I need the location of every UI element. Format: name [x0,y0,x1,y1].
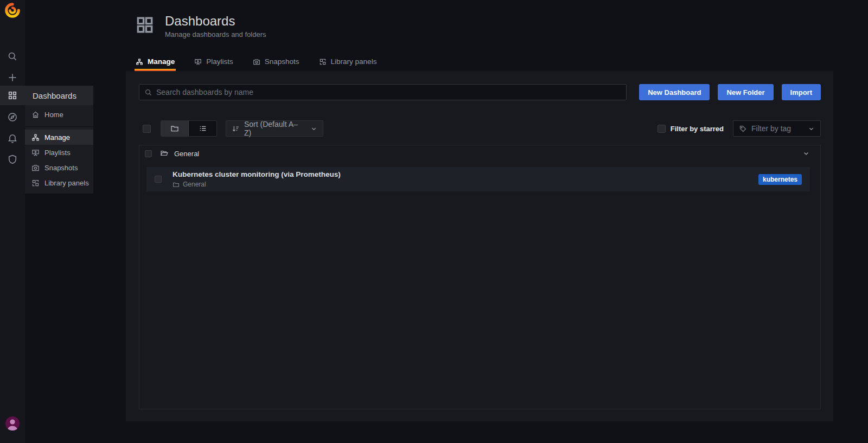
tab-library-panels[interactable]: Library panels [318,53,378,71]
presentation-icon [194,58,202,66]
page-subtitle: Manage dashboards and folders [165,30,266,38]
folder-icon [170,124,179,133]
home-icon [31,111,40,119]
submenu-title-label: Dashboards [33,91,76,100]
shield-icon[interactable] [0,150,25,169]
folder-icon [173,181,180,188]
tab-label: Playlists [206,57,233,66]
submenu-item-library-panels[interactable]: Library panels [25,175,93,190]
user-avatar[interactable] [5,416,20,431]
sitemap-icon [136,58,143,66]
grafana-logo-icon[interactable] [4,2,21,18]
explore-compass-icon[interactable] [0,107,25,127]
submenu-item-label: Library panels [44,179,89,187]
chevron-down-icon [808,125,815,132]
tab-snapshots[interactable]: Snapshots [252,53,301,71]
folder-checkbox[interactable] [145,150,152,157]
chevron-down-icon [310,125,317,132]
submenu-item-label: Playlists [44,149,71,157]
select-all-checkbox[interactable] [143,125,151,133]
manage-panel: New Dashboard New Folder Import [126,71,833,421]
tag-select-placeholder: Filter by tag [751,124,791,133]
starred-checkbox[interactable] [658,125,666,133]
chevron-down-icon[interactable] [802,150,810,157]
folder-open-icon [160,149,169,158]
dashboard-list: General Kubernetes cluster monitoring (v… [139,145,821,409]
dashboard-checkbox[interactable] [155,176,162,183]
search-box [139,84,627,100]
tag-filter-select[interactable]: Filter by tag [733,120,821,137]
tag-kubernetes[interactable]: kubernetes [758,174,802,185]
tag-icon [739,125,747,133]
filter-row: Sort (Default A–Z) Filter by starred [139,120,821,137]
submenu-item-home[interactable]: Home [25,105,93,124]
folder-name: General [174,150,199,158]
sidebar [0,0,25,443]
dashboard-row-kubernetes[interactable]: Kubernetes cluster monitoring (via Prome… [146,167,810,191]
import-button[interactable]: Import [782,84,821,100]
submenu-title[interactable]: Dashboards [25,86,93,105]
sort-select[interactable]: Sort (Default A–Z) [226,120,323,137]
submenu-item-playlists[interactable]: Playlists [25,145,93,160]
dashboard-info: Kubernetes cluster monitoring (via Prome… [173,170,341,188]
tab-label: Library panels [331,57,377,66]
page-title: Dashboards [165,14,266,29]
submenu-item-manage[interactable]: Manage [25,130,93,145]
new-folder-button[interactable]: New Folder [718,84,773,100]
grafana-app: Dashboards Home Manage [0,0,868,443]
page-header: Dashboards Manage dashboards and folders [135,14,266,38]
camera-icon [31,164,40,172]
search-icon [144,88,152,97]
library-panel-icon [319,58,327,66]
dashboards-submenu: Dashboards Home Manage [25,86,93,194]
view-mode-toggle [161,120,217,137]
sitemap-icon [31,133,40,142]
alerting-bell-icon[interactable] [0,129,25,148]
submenu-item-label: Snapshots [44,164,78,172]
dashboard-title[interactable]: Kubernetes cluster monitoring (via Prome… [173,170,341,178]
tabs: Manage Playlists Snapshots [135,53,378,71]
dashboards-grid-icon [135,15,155,38]
dashboard-folder-label: General [183,181,206,188]
plus-icon[interactable] [0,68,25,87]
new-dashboard-button[interactable]: New Dashboard [639,84,710,100]
view-folders-button[interactable] [161,121,189,136]
camera-icon [253,58,260,66]
tab-label: Snapshots [265,57,299,66]
tab-playlists[interactable]: Playlists [193,53,234,71]
tab-label: Manage [148,57,175,66]
starred-label: Filter by starred [671,125,724,133]
folder-section-general[interactable]: General [139,145,820,162]
library-panel-icon [31,179,40,187]
search-icon[interactable] [0,47,25,66]
tab-manage[interactable]: Manage [135,53,176,71]
dashboards-icon[interactable] [0,86,25,105]
filter-by-starred: Filter by starred [658,125,724,133]
submenu-item-label: Home [44,111,63,119]
search-row: New Dashboard New Folder Import [139,84,821,100]
submenu-item-label: Manage [44,133,70,142]
dashboard-folder: General [173,181,341,188]
sort-amount-icon [232,125,240,133]
presentation-icon [31,149,40,157]
submenu-divider [25,126,93,127]
page: Dashboards Manage dashboards and folders… [25,0,868,443]
sort-select-value: Sort (Default A–Z) [244,120,302,137]
view-list-button[interactable] [189,121,216,136]
submenu-item-snapshots[interactable]: Snapshots [25,160,93,175]
list-icon [199,124,207,133]
search-input[interactable] [156,88,621,97]
